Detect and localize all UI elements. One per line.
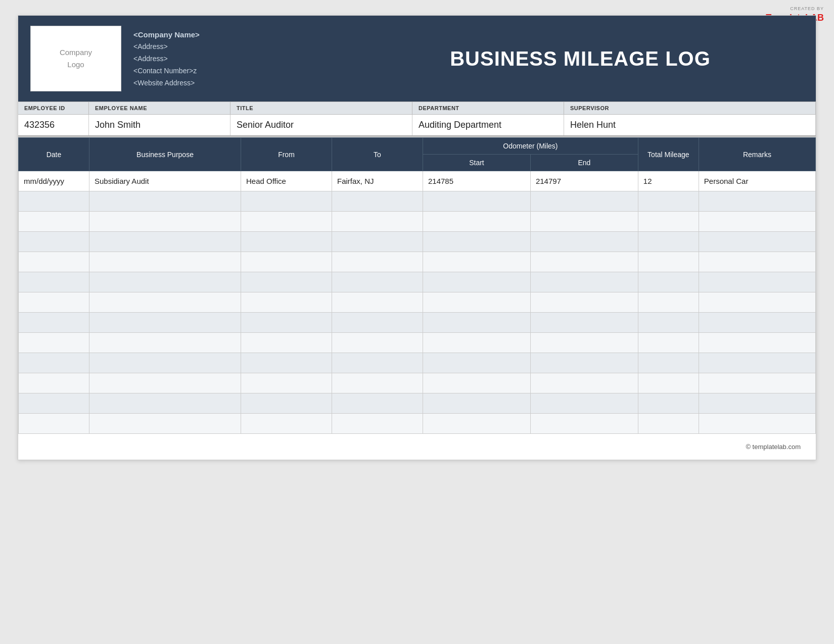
cell-from bbox=[241, 414, 332, 434]
cell-remarks bbox=[699, 333, 815, 353]
col-header-odometer-start: Start bbox=[423, 155, 531, 171]
logo-line2: Logo bbox=[67, 60, 84, 69]
cell-date bbox=[19, 353, 89, 373]
table-row bbox=[19, 232, 816, 252]
cell-remarks bbox=[699, 292, 815, 313]
cell-date bbox=[19, 292, 89, 313]
cell-odo-start bbox=[423, 373, 531, 393]
cell-date bbox=[19, 191, 89, 212]
cell-from bbox=[241, 252, 332, 272]
col-header-from: From bbox=[241, 138, 332, 171]
company-address1: <Address> bbox=[133, 41, 357, 53]
cell-odo-start bbox=[423, 191, 531, 212]
cell-purpose bbox=[89, 272, 241, 292]
log-table-body: mm/dd/yyyySubsidiary AuditHead OfficeFai… bbox=[19, 171, 816, 434]
cell-from bbox=[241, 353, 332, 373]
cell-total bbox=[638, 414, 699, 434]
company-address2: <Address> bbox=[133, 53, 357, 65]
cell-purpose bbox=[89, 414, 241, 434]
cell-date: mm/dd/yyyy bbox=[19, 171, 89, 191]
col-header-to: To bbox=[332, 138, 423, 171]
cell-remarks bbox=[699, 353, 815, 373]
col-header-odometer-end: End bbox=[530, 155, 638, 171]
cell-total bbox=[638, 313, 699, 333]
cell-total bbox=[638, 191, 699, 212]
cell-date bbox=[19, 393, 89, 414]
employee-labels-row: EMPLOYEE ID EMPLOYEE NAME TITLE DEPARTME… bbox=[18, 102, 816, 115]
cell-odo-end bbox=[530, 191, 638, 212]
cell-to bbox=[332, 191, 423, 212]
cell-from bbox=[241, 212, 332, 232]
employee-title-value: Senior Auditor bbox=[230, 115, 412, 135]
table-row bbox=[19, 373, 816, 393]
company-info: <Company Name> <Address> <Address> <Cont… bbox=[133, 28, 357, 89]
cell-date bbox=[19, 333, 89, 353]
cell-odo-end bbox=[530, 414, 638, 434]
cell-date bbox=[19, 232, 89, 252]
cell-to bbox=[332, 333, 423, 353]
cell-remarks bbox=[699, 414, 815, 434]
cell-remarks bbox=[699, 191, 815, 212]
cell-date bbox=[19, 212, 89, 232]
cell-total bbox=[638, 373, 699, 393]
col-header-remarks: Remarks bbox=[699, 138, 815, 171]
cell-to bbox=[332, 373, 423, 393]
cell-remarks bbox=[699, 272, 815, 292]
cell-odo-end bbox=[530, 272, 638, 292]
employee-dept-value: Auditing Department bbox=[412, 115, 564, 135]
cell-to: Fairfax, NJ bbox=[332, 171, 423, 191]
employee-section: EMPLOYEE ID EMPLOYEE NAME TITLE DEPARTME… bbox=[18, 102, 816, 137]
employee-name-label: EMPLOYEE NAME bbox=[89, 102, 230, 114]
cell-odo-start: 214785 bbox=[423, 171, 531, 191]
document-wrapper: Company Logo <Company Name> <Address> <A… bbox=[18, 15, 816, 460]
mileage-log-table: Date Business Purpose From To Odometer (… bbox=[18, 137, 816, 434]
table-row bbox=[19, 252, 816, 272]
cell-remarks bbox=[699, 393, 815, 414]
cell-remarks bbox=[699, 212, 815, 232]
cell-from bbox=[241, 292, 332, 313]
cell-to bbox=[332, 292, 423, 313]
cell-odo-end bbox=[530, 393, 638, 414]
table-row bbox=[19, 313, 816, 333]
cell-odo-start bbox=[423, 333, 531, 353]
cell-total bbox=[638, 272, 699, 292]
cell-date bbox=[19, 313, 89, 333]
cell-total bbox=[638, 393, 699, 414]
table-row bbox=[19, 414, 816, 434]
cell-date bbox=[19, 373, 89, 393]
cell-odo-end bbox=[530, 373, 638, 393]
cell-from bbox=[241, 232, 332, 252]
cell-remarks bbox=[699, 313, 815, 333]
cell-purpose bbox=[89, 292, 241, 313]
table-row bbox=[19, 353, 816, 373]
cell-to bbox=[332, 353, 423, 373]
cell-purpose: Subsidiary Audit bbox=[89, 171, 241, 191]
cell-to bbox=[332, 393, 423, 414]
cell-to bbox=[332, 272, 423, 292]
company-name: <Company Name> bbox=[133, 28, 357, 41]
cell-purpose bbox=[89, 212, 241, 232]
cell-odo-start bbox=[423, 414, 531, 434]
cell-from bbox=[241, 333, 332, 353]
cell-total bbox=[638, 232, 699, 252]
cell-to bbox=[332, 414, 423, 434]
employee-name-value: John Smith bbox=[89, 115, 230, 135]
cell-odo-start bbox=[423, 353, 531, 373]
table-header-row-1: Date Business Purpose From To Odometer (… bbox=[19, 138, 816, 155]
col-header-date: Date bbox=[19, 138, 89, 171]
cell-remarks: Personal Car bbox=[699, 171, 815, 191]
cell-odo-end bbox=[530, 252, 638, 272]
cell-odo-end: 214797 bbox=[530, 171, 638, 191]
cell-odo-start bbox=[423, 313, 531, 333]
employee-dept-label: DEPARTMENT bbox=[412, 102, 564, 114]
logo-line1: Company bbox=[60, 48, 92, 57]
table-row bbox=[19, 393, 816, 414]
cell-from bbox=[241, 313, 332, 333]
cell-odo-end bbox=[530, 212, 638, 232]
cell-total bbox=[638, 212, 699, 232]
cell-total: 12 bbox=[638, 171, 699, 191]
company-logo-box: Company Logo bbox=[30, 26, 121, 91]
cell-remarks bbox=[699, 373, 815, 393]
employee-supervisor-label: SUPERVISOR bbox=[564, 102, 816, 114]
table-row bbox=[19, 272, 816, 292]
